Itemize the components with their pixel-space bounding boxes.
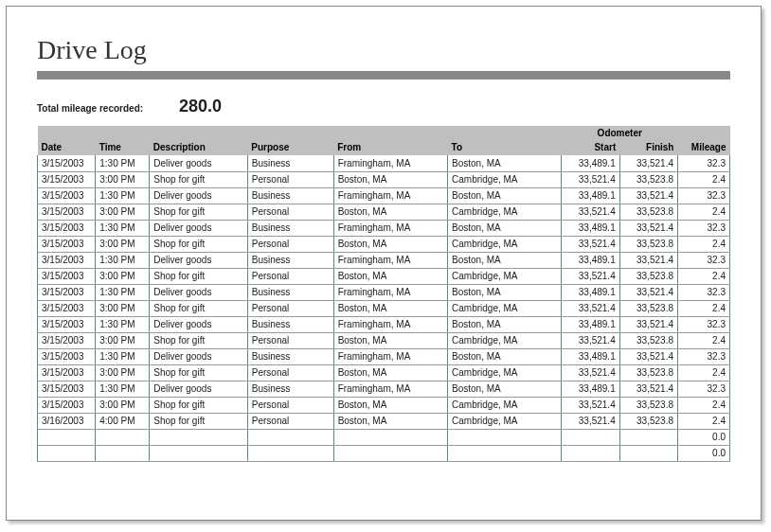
cell-description: Shop for gift	[150, 413, 248, 429]
cell-to: Cambridge, MA	[448, 236, 562, 252]
cell-date: 3/16/2003	[38, 413, 96, 429]
cell-to: Boston, MA	[448, 155, 562, 171]
table-row: 3/15/20031:30 PMDeliver goodsBusinessFra…	[38, 187, 730, 204]
table-row: 3/15/20031:30 PMDeliver goodsBusinessFra…	[38, 316, 730, 332]
cell-start: 33,489.1	[562, 252, 619, 268]
cell-date: 3/15/2003	[38, 381, 96, 397]
cell-mileage: 2.4	[677, 204, 729, 220]
table-row: 0.0	[38, 445, 730, 461]
cell-time: 1:30 PM	[96, 284, 150, 300]
cell-finish: 33,523.8	[619, 300, 677, 316]
cell-finish: 33,521.4	[619, 316, 677, 332]
cell-purpose: Business	[247, 155, 333, 171]
cell-from: Framingham, MA	[333, 155, 447, 171]
cell-start: 33,489.1	[562, 348, 619, 364]
cell-start: 33,489.1	[562, 187, 619, 204]
cell-from: Framingham, MA	[333, 316, 447, 332]
cell-time: 1:30 PM	[96, 348, 150, 364]
cell-to: Boston, MA	[448, 348, 562, 364]
table-row: 3/15/20033:00 PMShop for giftPersonalBos…	[38, 204, 730, 220]
table-row: 3/15/20031:30 PMDeliver goodsBusinessFra…	[38, 220, 730, 236]
cell-date: 3/15/2003	[38, 187, 96, 204]
cell-time: 1:30 PM	[96, 252, 150, 268]
cell-mileage: 2.4	[677, 268, 729, 284]
cell-description: Shop for gift	[150, 204, 248, 220]
cell-finish: 33,523.8	[619, 171, 677, 187]
cell-from: Boston, MA	[333, 397, 447, 413]
cell-time: 1:30 PM	[96, 316, 150, 332]
cell-finish: 33,523.8	[619, 204, 677, 220]
page-title: Drive Log	[37, 35, 730, 65]
table-row: 0.0	[38, 429, 730, 445]
cell-mileage: 2.4	[677, 332, 729, 348]
cell-date: 3/15/2003	[38, 364, 96, 381]
cell-from	[333, 429, 447, 445]
cell-mileage: 32.3	[677, 316, 729, 332]
cell-start: 33,489.1	[562, 155, 619, 171]
col-header-purpose: Purpose	[247, 139, 333, 155]
cell-purpose: Business	[247, 284, 333, 300]
cell-description: Deliver goods	[150, 155, 248, 171]
cell-date: 3/15/2003	[38, 397, 96, 413]
cell-mileage: 2.4	[677, 171, 729, 187]
cell-mileage: 0.0	[677, 445, 729, 461]
cell-purpose: Personal	[247, 413, 333, 429]
cell-description: Deliver goods	[150, 284, 248, 300]
cell-mileage: 2.4	[677, 236, 729, 252]
cell-start: 33,521.4	[562, 413, 619, 429]
cell-to	[448, 445, 562, 461]
cell-description: Shop for gift	[150, 171, 248, 187]
cell-to: Cambridge, MA	[448, 413, 562, 429]
cell-purpose: Personal	[247, 300, 333, 316]
cell-purpose: Business	[247, 348, 333, 364]
summary-row: Total mileage recorded: 280.0	[37, 97, 730, 116]
cell-finish: 33,523.8	[619, 397, 677, 413]
cell-time: 3:00 PM	[96, 364, 150, 381]
table-row: 3/15/20031:30 PMDeliver goodsBusinessFra…	[38, 284, 730, 300]
table-row: 3/15/20033:00 PMShop for giftPersonalBos…	[38, 268, 730, 284]
cell-purpose: Personal	[247, 204, 333, 220]
cell-finish: 33,523.8	[619, 332, 677, 348]
col-header-time: Time	[96, 139, 150, 155]
cell-description: Shop for gift	[150, 364, 248, 381]
cell-purpose	[247, 445, 333, 461]
cell-purpose: Business	[247, 252, 333, 268]
cell-start: 33,489.1	[562, 316, 619, 332]
cell-to: Boston, MA	[448, 220, 562, 236]
cell-to: Boston, MA	[448, 381, 562, 397]
cell-start: 33,489.1	[562, 284, 619, 300]
cell-time: 3:00 PM	[96, 332, 150, 348]
cell-from: Boston, MA	[333, 300, 447, 316]
total-mileage-value: 280.0	[179, 97, 222, 116]
table-row: 3/15/20031:30 PMDeliver goodsBusinessFra…	[38, 348, 730, 364]
cell-date: 3/15/2003	[38, 284, 96, 300]
col-header-date: Date	[38, 139, 96, 155]
cell-purpose: Business	[247, 220, 333, 236]
cell-date: 3/15/2003	[38, 171, 96, 187]
cell-from: Boston, MA	[333, 364, 447, 381]
cell-start: 33,521.4	[562, 236, 619, 252]
cell-finish: 33,521.4	[619, 220, 677, 236]
table-row: 3/16/20034:00 PMShop for giftPersonalBos…	[38, 413, 730, 429]
cell-description: Deliver goods	[150, 252, 248, 268]
cell-date: 3/15/2003	[38, 204, 96, 220]
cell-description: Shop for gift	[150, 268, 248, 284]
total-mileage-label: Total mileage recorded:	[37, 103, 179, 114]
cell-time	[96, 445, 150, 461]
cell-mileage: 2.4	[677, 413, 729, 429]
cell-purpose: Personal	[247, 364, 333, 381]
cell-to: Cambridge, MA	[448, 204, 562, 220]
cell-time: 3:00 PM	[96, 204, 150, 220]
cell-start: 33,489.1	[562, 220, 619, 236]
cell-from: Boston, MA	[333, 171, 447, 187]
cell-description	[150, 445, 248, 461]
cell-purpose: Personal	[247, 397, 333, 413]
col-header-description: Description	[150, 139, 248, 155]
cell-mileage: 32.3	[677, 187, 729, 204]
cell-mileage: 32.3	[677, 381, 729, 397]
cell-finish: 33,523.8	[619, 268, 677, 284]
cell-to: Cambridge, MA	[448, 397, 562, 413]
cell-from: Boston, MA	[333, 413, 447, 429]
cell-purpose: Personal	[247, 268, 333, 284]
cell-to: Boston, MA	[448, 284, 562, 300]
